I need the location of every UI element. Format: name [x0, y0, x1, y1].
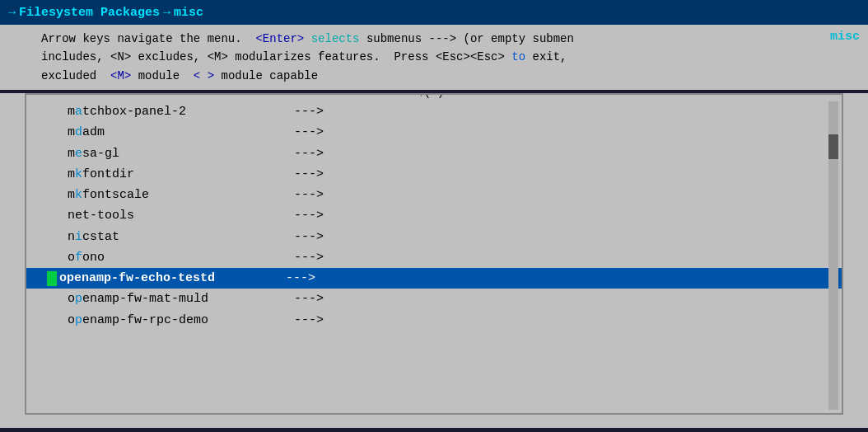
top-bar-submenu: misc — [174, 6, 203, 20]
list-item[interactable]: mesa-gl ---> — [26, 143, 842, 164]
main-area: ↑(-)- matchbox-panel-2 ---> mdadm ---> m… — [0, 93, 868, 428]
list-item[interactable]: nicstat ---> — [26, 227, 842, 247]
menu-list: matchbox-panel-2 ---> mdadm ---> mesa-gl… — [26, 95, 842, 331]
list-item[interactable]: mdadm ---> — [26, 122, 842, 143]
list-item[interactable]: openamp-fw-rpc-demo ---> — [26, 310, 842, 331]
menu-panel: ↑(-)- matchbox-panel-2 ---> mdadm ---> m… — [25, 93, 843, 415]
list-item-selected[interactable]: openamp-fw-echo-testd ---> — [26, 268, 842, 289]
scroll-indicator: ↑(-)- — [414, 93, 453, 99]
top-bar-title: Filesystem Packages — [19, 6, 160, 20]
list-item[interactable]: net-tools ---> — [26, 205, 842, 226]
list-item[interactable]: matchbox-panel-2 ---> — [26, 101, 842, 122]
misc-label: misc — [830, 30, 860, 44]
header-line2: includes, <N> excludes, <M> modularizes … — [41, 48, 860, 66]
scrollbar-thumb — [828, 134, 838, 159]
scrollbar[interactable] — [828, 101, 838, 410]
list-item[interactable]: ofono ---> — [26, 247, 842, 268]
header-line3: excluded <M> module < > module capable — [41, 67, 860, 85]
top-bar: → Filesystem Packages → misc — [0, 0, 868, 25]
top-bar-arrow-icon: → — [8, 6, 16, 20]
list-item[interactable]: mkfontdir ---> — [26, 164, 842, 185]
list-item[interactable]: openamp-fw-mat-muld ---> — [26, 289, 842, 309]
header-area: misc Arrow keys navigate the menu. <Ente… — [0, 25, 868, 90]
top-bar-separator-arrow: → — [163, 6, 170, 20]
list-item[interactable]: mkfontscale ---> — [26, 185, 842, 205]
header-line1: Arrow keys navigate the menu. <Enter> se… — [41, 30, 860, 48]
